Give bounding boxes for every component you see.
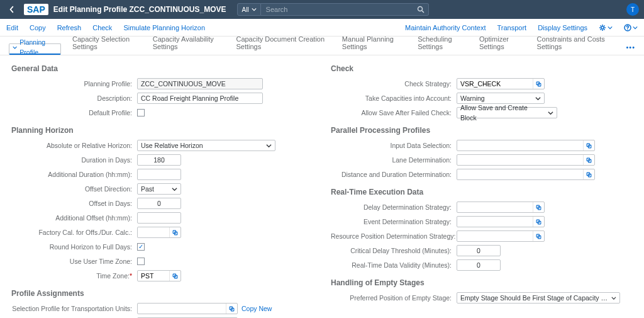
select-value: Use Relative Horizon	[141, 140, 203, 150]
event-det-field[interactable]	[457, 216, 545, 227]
pref-pos-select[interactable]: Empty Stage Should Be First Stage of Cap…	[457, 292, 620, 304]
offset-days-field[interactable]: 0	[137, 198, 181, 209]
tab-scheduling[interactable]: Scheduling Settings	[418, 31, 468, 55]
global-search-input[interactable]: Search	[261, 3, 429, 16]
section-general-data: General Data	[11, 64, 313, 73]
chevron-down-icon	[266, 143, 272, 149]
simulate-action[interactable]: Simulate Planning Horizon	[123, 24, 205, 31]
chevron-down-icon	[611, 295, 616, 301]
value-help-icon[interactable]	[169, 271, 180, 281]
dist-dur-field[interactable]	[457, 169, 595, 180]
input-data-sel-field[interactable]	[457, 140, 595, 151]
tab-optimizer[interactable]: Optimizer Settings	[479, 31, 526, 55]
tab-capacity-selection[interactable]: Capacity Selection Settings	[72, 31, 142, 55]
abs-rel-horizon-select[interactable]: Use Relative Horizon	[137, 140, 275, 151]
tab-capacity-availability[interactable]: Capacity Availability Settings	[153, 31, 225, 55]
tab-constraints-costs[interactable]: Constraints and Costs Settings	[537, 31, 615, 55]
tab-planning-profile[interactable]: Planning Profile	[9, 43, 61, 55]
sap-logo: SAP	[24, 4, 48, 15]
time-zone-field[interactable]	[137, 270, 181, 281]
round-full-days-checkbox[interactable]	[137, 243, 145, 251]
event-det-label: Event Determination Strategy:	[331, 218, 457, 225]
factory-cal-field[interactable]	[137, 227, 181, 238]
tab-capacity-doc-creation[interactable]: Capacity Document Creation Settings	[236, 31, 330, 55]
page-title: Edit Planning Profile ZCC_CONTINUOUS_MOV…	[53, 5, 226, 14]
time-zone-input[interactable]	[138, 271, 169, 281]
crit-delay-field[interactable]: 0	[457, 245, 501, 256]
select-value: Past	[141, 184, 154, 194]
edit-action[interactable]: Edit	[6, 24, 18, 31]
search-icon	[417, 6, 425, 14]
round-full-days-label: Round Horizon to Full Days:	[11, 243, 137, 251]
factory-cal-label: Factory Cal. for Offs./Dur. Calc.:	[11, 229, 137, 236]
user-avatar[interactable]: T	[626, 3, 639, 16]
chevron-down-icon	[13, 45, 17, 50]
allow-save-select[interactable]: Allow Save and Create Block	[457, 107, 557, 118]
value-help-icon[interactable]	[583, 169, 594, 179]
maintain-authority-action[interactable]: Maintain Authority Context	[405, 24, 486, 31]
chevron-down-icon	[172, 186, 177, 192]
delay-det-field[interactable]	[457, 202, 545, 213]
section-realtime: Real-Time Execution Data	[331, 188, 633, 196]
help-button[interactable]	[624, 24, 638, 31]
factory-cal-input[interactable]	[138, 227, 169, 237]
pref-pos-label: Preferred Position of Empty Stage:	[331, 294, 457, 302]
offset-days-label: Offset in Days:	[11, 200, 137, 207]
default-profile-checkbox[interactable]	[137, 109, 145, 116]
tab-manual-planning[interactable]: Manual Planning Settings	[342, 31, 406, 55]
add-offset-field[interactable]	[137, 212, 181, 224]
value-help-icon[interactable]	[533, 217, 544, 227]
chevron-down-icon	[535, 96, 541, 101]
section-check: Check	[331, 64, 633, 73]
section-planning-horizon: Planning Horizon	[11, 126, 313, 135]
value-help-icon[interactable]	[583, 155, 594, 165]
check-strategy-label: Check Strategy:	[331, 80, 457, 88]
planning-profile-label: Planning Profile:	[11, 80, 137, 88]
value-help-icon[interactable]	[533, 231, 544, 241]
lane-det-field[interactable]	[457, 154, 595, 166]
offset-direction-select[interactable]: Past	[137, 183, 181, 195]
time-zone-label: Time Zone:*	[11, 272, 137, 280]
value-help-icon[interactable]	[169, 227, 180, 237]
copy-new-link[interactable]: Copy New	[242, 305, 272, 312]
check-action[interactable]: Check	[92, 24, 112, 31]
search-scope-label: All	[242, 6, 248, 13]
tab-label: Planning Profile	[19, 37, 57, 57]
tab-overflow-button[interactable]: •••	[626, 43, 635, 55]
search-placeholder: Search	[266, 6, 288, 13]
refresh-action[interactable]: Refresh	[57, 24, 82, 31]
crit-delay-label: Critical Delay Threshold (Minutes):	[331, 247, 457, 254]
profile-assign-field[interactable]	[137, 303, 238, 314]
add-duration-field[interactable]	[137, 169, 181, 180]
value-help-icon[interactable]	[583, 140, 594, 150]
value-help-icon[interactable]	[533, 202, 544, 212]
validity-label: Real-Time Data Validity (Minutes):	[331, 261, 457, 269]
validity-field[interactable]: 0	[457, 259, 501, 271]
settings-button[interactable]	[599, 24, 613, 31]
dist-dur-label: Distance and Duration Determination:	[331, 171, 457, 178]
duration-days-field[interactable]: 180	[137, 154, 181, 166]
tab-strip: Planning Profile Capacity Selection Sett…	[0, 37, 644, 55]
copy-action[interactable]: Copy	[30, 24, 46, 31]
check-strategy-field[interactable]	[457, 78, 545, 89]
allow-save-label: Allow Save After Failed Check:	[331, 109, 457, 116]
chevron-down-icon	[548, 110, 553, 116]
user-tz-label: Use User Time Zone:	[11, 258, 137, 265]
capacities-label: Take Capacities into Account:	[331, 94, 457, 102]
display-settings-action[interactable]: Display Settings	[538, 24, 587, 31]
search-scope-dropdown[interactable]: All	[237, 3, 260, 16]
input-data-sel-label: Input Data Selection:	[331, 142, 457, 149]
planning-profile-field[interactable]: ZCC_CONTINUOUS_MOVE	[137, 78, 263, 89]
abs-rel-horizon-label: Absolute or Relative Horizon:	[11, 142, 137, 149]
check-strategy-input[interactable]	[457, 79, 533, 89]
transport-action[interactable]: Transport	[497, 24, 526, 31]
description-label: Description:	[11, 94, 137, 102]
description-field[interactable]: CC Road Freight Planning Profile	[137, 93, 263, 104]
value-help-icon[interactable]	[226, 304, 237, 314]
chevron-down-icon	[252, 7, 257, 12]
user-tz-checkbox[interactable]	[137, 258, 145, 265]
res-pos-field[interactable]	[457, 230, 545, 242]
value-help-icon[interactable]	[533, 79, 544, 89]
default-profile-label: Default Profile:	[11, 109, 137, 116]
back-button[interactable]	[5, 3, 19, 16]
